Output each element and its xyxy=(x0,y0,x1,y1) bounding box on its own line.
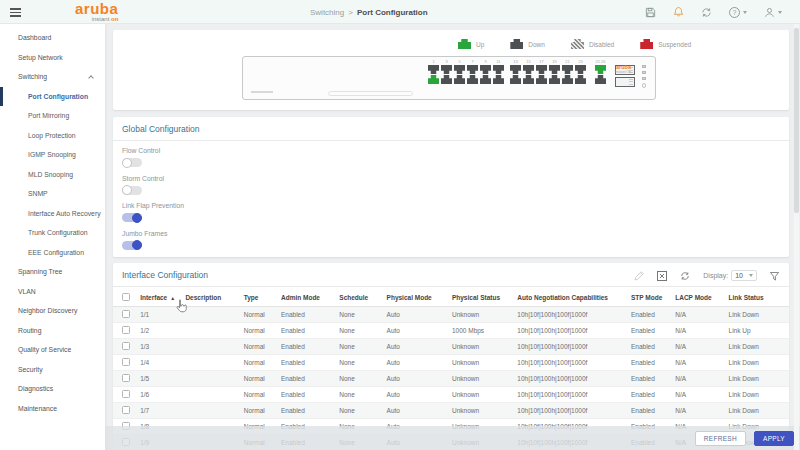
row-checkbox[interactable] xyxy=(122,326,130,334)
port-22[interactable] xyxy=(562,75,573,84)
port-9[interactable] xyxy=(480,65,491,74)
table-row[interactable]: 1/2NormalEnabledNoneAuto1000 Mbps10h|10f… xyxy=(113,322,789,338)
port-13[interactable] xyxy=(510,65,521,74)
port-number-label: 11 xyxy=(493,60,504,64)
column-header-type[interactable]: Type xyxy=(241,289,278,306)
save-icon[interactable] xyxy=(645,7,656,18)
refresh-icon[interactable] xyxy=(680,267,690,285)
port-16[interactable] xyxy=(523,75,534,84)
port-21[interactable] xyxy=(562,65,573,74)
sidebar-item-port-configuration[interactable]: Port Configuration xyxy=(0,87,105,107)
port-11[interactable] xyxy=(493,65,504,74)
help-icon[interactable]: ? xyxy=(729,7,747,18)
table-row[interactable]: 1/4NormalEnabledNoneAutoUnknown10h|10f|1… xyxy=(113,354,789,370)
port-12[interactable] xyxy=(493,75,504,84)
port-6[interactable] xyxy=(454,75,465,84)
sidebar-item-spanning-tree[interactable]: Spanning Tree xyxy=(0,262,105,282)
edit-icon[interactable] xyxy=(634,267,644,285)
table-row[interactable]: 1/7NormalEnabledNoneAutoUnknown10h|10f|1… xyxy=(113,402,789,418)
port-19[interactable] xyxy=(549,65,560,74)
column-header-auto-negotiation-capabilities[interactable]: Auto Negotiation Capabilities xyxy=(514,289,628,306)
sidebar-item-interface-auto-recovery[interactable]: Interface Auto Recovery xyxy=(0,204,105,224)
flow-control-toggle[interactable] xyxy=(122,158,142,167)
port-17[interactable] xyxy=(536,65,547,74)
sidebar-item-label: Routing xyxy=(18,327,41,334)
sidebar-item-maintenance[interactable]: Maintenance xyxy=(0,399,105,419)
sidebar-item-snmp[interactable]: SNMP xyxy=(0,184,105,204)
table-row[interactable]: 1/5NormalEnabledNoneAutoUnknown10h|10f|1… xyxy=(113,370,789,386)
port-5[interactable] xyxy=(454,65,465,74)
sidebar-item-igmp-snooping[interactable]: IGMP Snooping xyxy=(0,145,105,165)
hamburger-menu-icon[interactable] xyxy=(10,8,21,19)
sidebar-item-security[interactable]: Security xyxy=(0,360,105,380)
sidebar-item-diagnostics[interactable]: Diagnostics xyxy=(0,379,105,399)
row-checkbox[interactable] xyxy=(122,374,130,382)
breadcrumb: Switching>Port Configuration xyxy=(310,8,428,17)
port-24[interactable] xyxy=(575,75,586,84)
column-header-description[interactable]: Description xyxy=(182,289,240,306)
table-row[interactable]: 1/3NormalEnabledNoneAutoUnknown10h|10f|1… xyxy=(113,338,789,354)
sidebar-item-mld-snooping[interactable]: MLD Snooping xyxy=(0,165,105,185)
port-25[interactable] xyxy=(595,65,606,74)
sidebar-item-loop-protection[interactable]: Loop Protection xyxy=(0,126,105,146)
table-row[interactable]: 1/1NormalEnabledNoneAutoUnknown10h|10f|1… xyxy=(113,306,789,322)
filter-icon[interactable] xyxy=(770,267,779,285)
sync-icon[interactable] xyxy=(701,7,712,18)
column-header-stp-mode[interactable]: STP Mode xyxy=(628,289,672,306)
table-row[interactable]: 1/6NormalEnabledNoneAutoUnknown10h|10f|1… xyxy=(113,386,789,402)
sidebar-item-routing[interactable]: Routing xyxy=(0,321,105,341)
scrollbar-thumb[interactable] xyxy=(794,28,799,213)
port-3[interactable] xyxy=(441,65,452,74)
port-number-label: 3 xyxy=(441,60,452,64)
port-18[interactable] xyxy=(536,75,547,84)
storm-control-toggle[interactable] xyxy=(122,186,142,195)
apply-button[interactable]: APPLY xyxy=(754,431,794,446)
column-header-physical-status[interactable]: Physical Status xyxy=(449,289,514,306)
sidebar-item-dashboard[interactable]: Dashboard xyxy=(0,28,105,48)
jumbo-frames-toggle[interactable] xyxy=(122,241,142,250)
sidebar-item-port-mirroring[interactable]: Port Mirroring xyxy=(0,106,105,126)
port-26[interactable] xyxy=(595,75,606,84)
port-1[interactable] xyxy=(428,65,439,74)
port-14[interactable] xyxy=(510,75,521,84)
sidebar-item-quality-of-service[interactable]: Quality of Service xyxy=(0,340,105,360)
sidebar-item-setup-network[interactable]: Setup Network xyxy=(0,48,105,68)
port-15[interactable] xyxy=(523,65,534,74)
port-4[interactable] xyxy=(441,75,452,84)
column-header-admin-mode[interactable]: Admin Mode xyxy=(278,289,336,306)
select-all-checkbox[interactable] xyxy=(122,293,130,301)
row-checkbox[interactable] xyxy=(122,406,130,414)
row-checkbox[interactable] xyxy=(122,358,130,366)
column-header-physical-mode[interactable]: Physical Mode xyxy=(384,289,449,306)
port-2[interactable] xyxy=(428,75,439,84)
port-20[interactable] xyxy=(549,75,560,84)
user-icon[interactable] xyxy=(764,7,782,18)
link-flap-prevention-toggle[interactable] xyxy=(122,213,142,222)
display-count-dropdown[interactable]: Display: 10 xyxy=(703,270,757,281)
row-checkbox[interactable] xyxy=(122,390,130,398)
row-checkbox[interactable] xyxy=(122,310,130,318)
breadcrumb-section[interactable]: Switching xyxy=(310,8,344,17)
sfp-slot[interactable] xyxy=(615,77,635,87)
port-column: 3 xyxy=(441,60,452,84)
row-checkbox[interactable] xyxy=(122,342,130,350)
sidebar-item-switching[interactable]: Switching xyxy=(0,67,105,87)
export-icon[interactable] xyxy=(657,267,667,285)
port-column: 1 xyxy=(428,60,439,84)
column-header-link-status[interactable]: Link Status xyxy=(726,289,789,306)
refresh-button[interactable]: REFRESH xyxy=(695,431,746,446)
sidebar-item-vlan[interactable]: VLAN xyxy=(0,282,105,302)
column-header-lacp-mode[interactable]: LACP Mode xyxy=(672,289,725,306)
port-10[interactable] xyxy=(480,75,491,84)
port-status-legend: UpDownDisabledSuspended xyxy=(458,39,691,49)
port-8[interactable] xyxy=(467,75,478,84)
scrollbar-track[interactable] xyxy=(794,24,799,450)
sidebar-item-label: Setup Network xyxy=(18,54,63,61)
port-23[interactable] xyxy=(575,65,586,74)
sidebar-item-neighbor-discovery[interactable]: Neighbor Discovery xyxy=(0,301,105,321)
sidebar-item-eee-configuration[interactable]: EEE Configuration xyxy=(0,243,105,263)
sidebar-item-trunk-configuration[interactable]: Trunk Configuration xyxy=(0,223,105,243)
bell-icon[interactable] xyxy=(673,6,684,18)
port-7[interactable] xyxy=(467,65,478,74)
column-header-schedule[interactable]: Schedule xyxy=(336,289,383,306)
